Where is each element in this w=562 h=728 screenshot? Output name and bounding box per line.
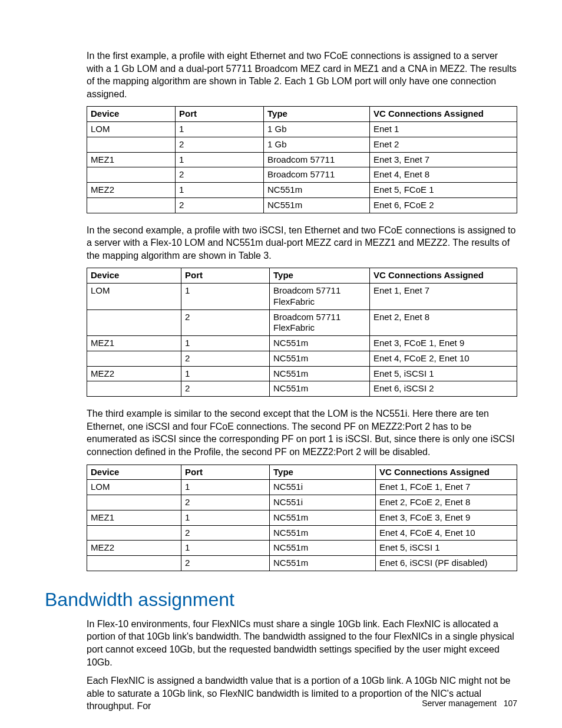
cell: LOM <box>87 122 176 137</box>
cell <box>87 197 176 213</box>
cell <box>87 351 181 366</box>
th-device: Device <box>87 268 181 284</box>
cell: NC551i <box>270 495 376 510</box>
cell: LOM <box>87 480 181 495</box>
cell: Enet 5, iSCSI 1 <box>376 541 517 556</box>
cell: 1 <box>181 366 270 381</box>
table-row: MEZ21NC551mEnet 5, iSCSI 1 <box>87 366 517 381</box>
th-vc: VC Connections Assigned <box>370 107 517 122</box>
cell: Broadcom 57711 <box>264 167 370 183</box>
cell: 2 <box>176 197 264 213</box>
cell: NC551m <box>270 525 376 541</box>
cell <box>87 381 181 397</box>
cell <box>87 525 181 541</box>
cell: Broadcom 57711 <box>264 152 370 167</box>
cell: Enet 6, iSCSI 2 <box>370 381 517 397</box>
cell: NC551m <box>270 541 376 556</box>
cell: MEZ2 <box>87 366 181 381</box>
cell: Enet 3, FCoE 3, Enet 9 <box>376 510 517 525</box>
footer-section-label: Server management <box>422 699 497 708</box>
cell: Enet 3, FCoE 1, Enet 9 <box>370 336 517 351</box>
th-device: Device <box>87 107 176 122</box>
table-row: 2NC551mEnet 6, iSCSI 2 <box>87 381 517 397</box>
footer-page-number: 107 <box>504 699 517 708</box>
cell: 2 <box>181 309 270 336</box>
cell: 1 <box>181 541 270 556</box>
table-row: 2NC551iEnet 2, FCoE 2, Enet 8 <box>87 495 517 510</box>
cell: 1 <box>176 183 264 198</box>
table-row: LOM11 GbEnet 1 <box>87 122 517 137</box>
th-type: Type <box>270 268 370 284</box>
cell: 1 <box>176 152 264 167</box>
cell: NC551m <box>264 197 370 213</box>
heading-bandwidth-assignment: Bandwidth assignment <box>45 589 517 611</box>
cell: Enet 5, FCoE 1 <box>370 183 517 198</box>
cell: NC551m <box>270 351 370 366</box>
cell: MEZ1 <box>87 510 181 525</box>
cell: 1 <box>181 336 270 351</box>
table-row: 2NC551mEnet 6, iSCSI (PF disabled) <box>87 556 517 571</box>
paragraph-intro-1: In the first example, a profile with eig… <box>87 50 517 100</box>
cell: 1 Gb <box>264 122 370 137</box>
table-example-2: Device Port Type VC Connections Assigned… <box>87 268 517 397</box>
cell: Enet 2, FCoE 2, Enet 8 <box>376 495 517 510</box>
cell: 2 <box>181 556 270 571</box>
cell: 2 <box>181 525 270 541</box>
cell: 1 Gb <box>264 137 370 152</box>
cell: MEZ2 <box>87 183 176 198</box>
th-device: Device <box>87 465 181 480</box>
table-row: 2Broadcom 57711Enet 4, Enet 8 <box>87 167 517 183</box>
cell <box>87 495 181 510</box>
cell: 1 <box>181 510 270 525</box>
cell: Broadcom 57711 FlexFabric <box>270 284 370 310</box>
paragraph-bandwidth-1: In Flex-10 environments, four FlexNICs m… <box>87 618 517 668</box>
cell: Enet 6, iSCSI (PF disabled) <box>376 556 517 571</box>
cell: 1 <box>181 284 270 310</box>
cell: Enet 6, FCoE 2 <box>370 197 517 213</box>
th-port: Port <box>181 465 270 480</box>
table-row: LOM1NC551iEnet 1, FCoE 1, Enet 7 <box>87 480 517 495</box>
cell: Enet 4, FCoE 2, Enet 10 <box>370 351 517 366</box>
cell: Enet 1, FCoE 1, Enet 7 <box>376 480 517 495</box>
cell: 1 <box>176 122 264 137</box>
table-row: 2NC551mEnet 6, FCoE 2 <box>87 197 517 213</box>
cell: 2 <box>176 167 264 183</box>
cell: 2 <box>181 495 270 510</box>
paragraph-intro-3: The third example is similar to the seco… <box>87 407 517 458</box>
table-row: 2NC551mEnet 4, FCoE 2, Enet 10 <box>87 351 517 366</box>
cell <box>87 556 181 571</box>
cell: MEZ2 <box>87 541 181 556</box>
cell: Enet 4, Enet 8 <box>370 167 517 183</box>
cell: 2 <box>181 381 270 397</box>
cell: NC551m <box>270 366 370 381</box>
table-example-3: Device Port Type VC Connections Assigned… <box>87 465 517 571</box>
cell <box>87 167 176 183</box>
cell: Enet 5, iSCSI 1 <box>370 366 517 381</box>
table-example-1: Device Port Type VC Connections Assigned… <box>87 106 517 213</box>
cell: LOM <box>87 284 181 310</box>
cell: 2 <box>181 351 270 366</box>
paragraph-intro-2: In the second example, a profile with tw… <box>87 224 517 262</box>
cell: Enet 4, FCoE 4, Enet 10 <box>376 525 517 541</box>
cell: NC551m <box>270 556 376 571</box>
cell: Enet 2 <box>370 137 517 152</box>
cell: Enet 1 <box>370 122 517 137</box>
table-row: MEZ21NC551mEnet 5, FCoE 1 <box>87 183 517 198</box>
cell: NC551i <box>270 480 376 495</box>
cell: NC551m <box>264 183 370 198</box>
table-row: LOM1Broadcom 57711 FlexFabricEnet 1, Ene… <box>87 284 517 310</box>
cell: Enet 3, Enet 7 <box>370 152 517 167</box>
table-row: MEZ21NC551mEnet 5, iSCSI 1 <box>87 541 517 556</box>
th-type: Type <box>270 465 376 480</box>
th-vc: VC Connections Assigned <box>376 465 517 480</box>
cell: NC551m <box>270 381 370 397</box>
cell: Broadcom 57711 FlexFabric <box>270 309 370 336</box>
page-footer: Server management 107 <box>422 699 517 708</box>
cell: 1 <box>181 480 270 495</box>
table-row: 2NC551mEnet 4, FCoE 4, Enet 10 <box>87 525 517 541</box>
cell: NC551m <box>270 336 370 351</box>
cell <box>87 137 176 152</box>
cell: MEZ1 <box>87 152 176 167</box>
th-vc: VC Connections Assigned <box>370 268 517 284</box>
th-type: Type <box>264 107 370 122</box>
